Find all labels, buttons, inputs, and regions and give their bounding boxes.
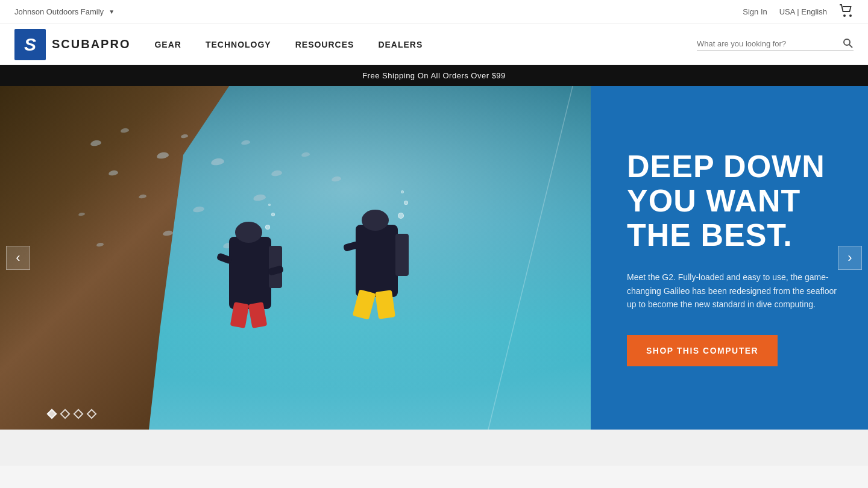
- dropdown-chevron-icon: ▼: [108, 8, 115, 15]
- hero-title-line2: YOU WANT: [627, 183, 800, 218]
- slide-dot-1[interactable]: [47, 409, 57, 419]
- hero-section: DEEP DOWN YOU WANT THE BEST. Meet the G2…: [0, 86, 868, 430]
- prev-icon: ‹: [16, 251, 20, 264]
- logo-box: S: [14, 29, 46, 60]
- hero-title: DEEP DOWN YOU WANT THE BEST.: [627, 149, 838, 253]
- svg-line-3: [849, 45, 852, 48]
- brand-family-label: Johnson Outdoors Family: [14, 7, 104, 16]
- logo-text: SCUBAPRO: [52, 37, 130, 51]
- next-icon: ›: [848, 251, 852, 264]
- slide-dot-2[interactable]: [60, 409, 71, 419]
- nav-link-gear[interactable]: GEAR: [154, 40, 181, 49]
- svg-point-0: [843, 14, 846, 17]
- fish-group: [60, 122, 362, 303]
- slide-dot-4[interactable]: [87, 409, 97, 419]
- hero-title-line3: THE BEST.: [627, 217, 793, 252]
- promo-text: Free Shipping On All Orders Over $99: [362, 71, 506, 80]
- hero-info-panel: DEEP DOWN YOU WANT THE BEST. Meet the G2…: [591, 86, 868, 430]
- diver-right: [356, 225, 398, 297]
- hero-title-line1: DEEP DOWN: [627, 149, 825, 184]
- logo-s-letter: S: [24, 34, 36, 55]
- sign-in-link[interactable]: Sign In: [743, 7, 767, 16]
- main-nav: S SCUBAPRO GEAR TECHNOLOGY RESOURCES DEA…: [0, 24, 868, 65]
- slide-dot-3[interactable]: [74, 409, 84, 419]
- top-bar: Johnson Outdoors Family ▼ Sign In USA | …: [0, 0, 868, 24]
- nav-link-dealers[interactable]: DEALERS: [378, 40, 423, 49]
- shop-cta-button[interactable]: SHOP THIS COMPUTER: [627, 335, 778, 366]
- search-icon[interactable]: [843, 38, 854, 49]
- svg-point-2: [844, 39, 850, 45]
- search-wrap: [697, 38, 854, 51]
- promo-banner: Free Shipping On All Orders Over $99: [0, 65, 868, 86]
- hero-prev-arrow[interactable]: ‹: [6, 246, 30, 270]
- nav-links: GEAR TECHNOLOGY RESOURCES DEALERS: [154, 40, 697, 49]
- hero-next-arrow[interactable]: ›: [838, 246, 862, 270]
- locale-selector[interactable]: USA | English: [779, 7, 827, 16]
- brand-family-dropdown[interactable]: Johnson Outdoors Family ▼: [14, 7, 115, 16]
- nav-link-resources[interactable]: RESOURCES: [295, 40, 354, 49]
- slide-indicators: [48, 410, 95, 418]
- hero-description: Meet the G2. Fully-loaded and easy to us…: [627, 271, 838, 311]
- diver-left: [229, 237, 271, 309]
- top-bar-right: Sign In USA | English: [743, 4, 854, 19]
- search-input[interactable]: [697, 39, 838, 48]
- logo-wrap[interactable]: S SCUBAPRO: [14, 29, 130, 60]
- svg-point-1: [849, 14, 852, 17]
- bottom-strip: [0, 430, 868, 466]
- nav-link-technology[interactable]: TECHNOLOGY: [206, 40, 271, 49]
- cart-icon-wrap[interactable]: [839, 4, 854, 19]
- cart-icon: [839, 4, 854, 17]
